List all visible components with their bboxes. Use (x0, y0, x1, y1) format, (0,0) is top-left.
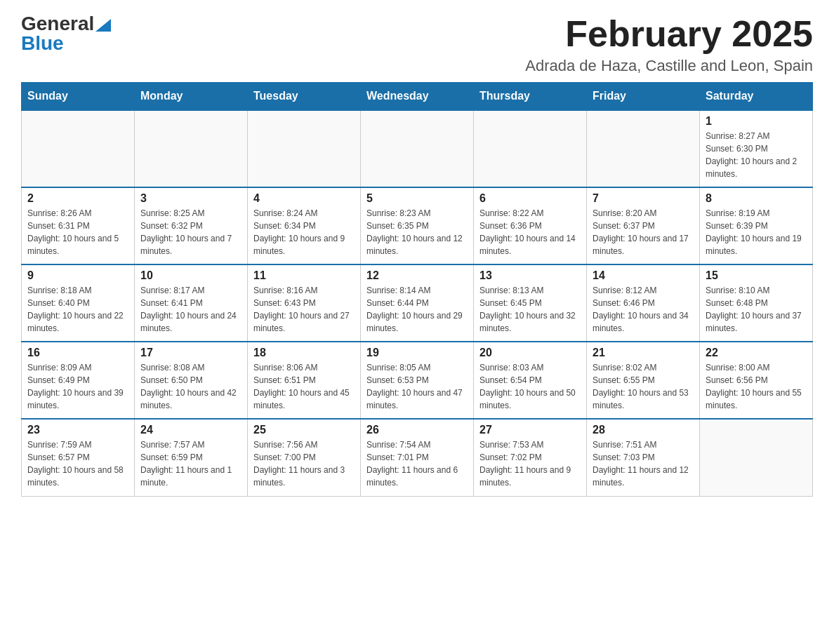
calendar-week-row: 16Sunrise: 8:09 AM Sunset: 6:49 PM Dayli… (22, 342, 813, 419)
calendar-cell: 9Sunrise: 8:18 AM Sunset: 6:40 PM Daylig… (22, 264, 135, 342)
day-info: Sunrise: 7:56 AM Sunset: 7:00 PM Dayligh… (253, 438, 355, 489)
day-number: 21 (593, 347, 694, 359)
calendar-cell: 1Sunrise: 8:27 AM Sunset: 6:30 PM Daylig… (700, 110, 813, 187)
day-info: Sunrise: 8:02 AM Sunset: 6:55 PM Dayligh… (593, 361, 694, 412)
day-number: 10 (140, 269, 241, 282)
calendar-cell: 23Sunrise: 7:59 AM Sunset: 6:57 PM Dayli… (22, 419, 135, 496)
page-header: General Blue February 2025 Adrada de Haz… (21, 14, 813, 75)
calendar-header-tuesday: Tuesday (248, 83, 361, 111)
title-area: February 2025 Adrada de Haza, Castille a… (525, 14, 813, 75)
svg-marker-0 (95, 19, 111, 32)
calendar-week-row: 9Sunrise: 8:18 AM Sunset: 6:40 PM Daylig… (22, 264, 813, 342)
logo-general: General (21, 14, 94, 34)
day-number: 23 (27, 424, 128, 436)
calendar-cell (22, 110, 135, 187)
day-info: Sunrise: 7:54 AM Sunset: 7:01 PM Dayligh… (366, 438, 468, 489)
day-number: 18 (253, 347, 355, 359)
calendar-week-row: 23Sunrise: 7:59 AM Sunset: 6:57 PM Dayli… (22, 419, 813, 496)
calendar-header-thursday: Thursday (474, 83, 587, 111)
day-info: Sunrise: 7:51 AM Sunset: 7:03 PM Dayligh… (593, 438, 694, 489)
day-number: 27 (479, 424, 581, 436)
day-info: Sunrise: 7:53 AM Sunset: 7:02 PM Dayligh… (479, 438, 581, 489)
calendar-cell: 21Sunrise: 8:02 AM Sunset: 6:55 PM Dayli… (587, 342, 700, 419)
calendar-cell: 18Sunrise: 8:06 AM Sunset: 6:51 PM Dayli… (248, 342, 361, 419)
day-info: Sunrise: 8:09 AM Sunset: 6:49 PM Dayligh… (27, 361, 128, 412)
calendar-cell: 19Sunrise: 8:05 AM Sunset: 6:53 PM Dayli… (361, 342, 474, 419)
calendar-cell (361, 110, 474, 187)
calendar-cell: 25Sunrise: 7:56 AM Sunset: 7:00 PM Dayli… (248, 419, 361, 496)
calendar-table: SundayMondayTuesdayWednesdayThursdayFrid… (21, 82, 813, 497)
day-number: 15 (706, 269, 807, 282)
day-number: 17 (140, 347, 241, 359)
calendar-cell: 8Sunrise: 8:19 AM Sunset: 6:39 PM Daylig… (700, 187, 813, 264)
day-info: Sunrise: 8:23 AM Sunset: 6:35 PM Dayligh… (366, 207, 468, 257)
calendar-cell: 15Sunrise: 8:10 AM Sunset: 6:48 PM Dayli… (700, 264, 813, 342)
day-info: Sunrise: 8:24 AM Sunset: 6:34 PM Dayligh… (253, 207, 355, 257)
day-info: Sunrise: 8:26 AM Sunset: 6:31 PM Dayligh… (27, 207, 128, 257)
day-info: Sunrise: 8:10 AM Sunset: 6:48 PM Dayligh… (706, 284, 807, 335)
calendar-cell (587, 110, 700, 187)
calendar-cell: 6Sunrise: 8:22 AM Sunset: 6:36 PM Daylig… (474, 187, 587, 264)
day-number: 16 (27, 347, 128, 359)
logo-blue: Blue (21, 32, 64, 54)
day-number: 26 (366, 424, 468, 436)
day-info: Sunrise: 8:19 AM Sunset: 6:39 PM Dayligh… (706, 207, 807, 257)
day-info: Sunrise: 8:27 AM Sunset: 6:30 PM Dayligh… (706, 130, 807, 180)
day-info: Sunrise: 8:22 AM Sunset: 6:36 PM Dayligh… (479, 207, 581, 257)
logo: General Blue (21, 14, 111, 53)
calendar-header-row: SundayMondayTuesdayWednesdayThursdayFrid… (22, 83, 813, 111)
day-number: 13 (479, 269, 581, 282)
day-info: Sunrise: 8:12 AM Sunset: 6:46 PM Dayligh… (593, 284, 694, 335)
day-number: 1 (706, 115, 807, 128)
day-number: 24 (140, 424, 241, 436)
calendar-cell: 11Sunrise: 8:16 AM Sunset: 6:43 PM Dayli… (248, 264, 361, 342)
calendar-cell: 7Sunrise: 8:20 AM Sunset: 6:37 PM Daylig… (587, 187, 700, 264)
day-number: 2 (27, 192, 128, 205)
calendar-cell: 27Sunrise: 7:53 AM Sunset: 7:02 PM Dayli… (474, 419, 587, 496)
calendar-cell: 28Sunrise: 7:51 AM Sunset: 7:03 PM Dayli… (587, 419, 700, 496)
day-number: 25 (253, 424, 355, 436)
day-number: 3 (140, 192, 241, 205)
day-number: 20 (479, 347, 581, 359)
day-number: 19 (366, 347, 468, 359)
calendar-header-sunday: Sunday (22, 83, 135, 111)
day-info: Sunrise: 8:18 AM Sunset: 6:40 PM Dayligh… (27, 284, 128, 335)
calendar-cell: 4Sunrise: 8:24 AM Sunset: 6:34 PM Daylig… (248, 187, 361, 264)
day-info: Sunrise: 8:08 AM Sunset: 6:50 PM Dayligh… (140, 361, 241, 412)
month-title: February 2025 (525, 14, 813, 54)
day-number: 28 (593, 424, 694, 436)
day-number: 9 (27, 269, 128, 282)
day-info: Sunrise: 8:14 AM Sunset: 6:44 PM Dayligh… (366, 284, 468, 335)
calendar-header-wednesday: Wednesday (361, 83, 474, 111)
day-info: Sunrise: 8:06 AM Sunset: 6:51 PM Dayligh… (253, 361, 355, 412)
day-number: 4 (253, 192, 355, 205)
day-number: 11 (253, 269, 355, 282)
calendar-cell: 26Sunrise: 7:54 AM Sunset: 7:01 PM Dayli… (361, 419, 474, 496)
calendar-cell (700, 419, 813, 496)
calendar-cell: 20Sunrise: 8:03 AM Sunset: 6:54 PM Dayli… (474, 342, 587, 419)
day-number: 5 (366, 192, 468, 205)
day-number: 14 (593, 269, 694, 282)
day-info: Sunrise: 8:00 AM Sunset: 6:56 PM Dayligh… (706, 361, 807, 412)
day-info: Sunrise: 8:17 AM Sunset: 6:41 PM Dayligh… (140, 284, 241, 335)
calendar-week-row: 2Sunrise: 8:26 AM Sunset: 6:31 PM Daylig… (22, 187, 813, 264)
day-number: 6 (479, 192, 581, 205)
calendar-cell: 13Sunrise: 8:13 AM Sunset: 6:45 PM Dayli… (474, 264, 587, 342)
calendar-header-friday: Friday (587, 83, 700, 111)
day-info: Sunrise: 8:20 AM Sunset: 6:37 PM Dayligh… (593, 207, 694, 257)
day-info: Sunrise: 8:05 AM Sunset: 6:53 PM Dayligh… (366, 361, 468, 412)
calendar-cell (474, 110, 587, 187)
day-number: 8 (706, 192, 807, 205)
calendar-cell: 22Sunrise: 8:00 AM Sunset: 6:56 PM Dayli… (700, 342, 813, 419)
calendar-cell: 5Sunrise: 8:23 AM Sunset: 6:35 PM Daylig… (361, 187, 474, 264)
day-info: Sunrise: 8:16 AM Sunset: 6:43 PM Dayligh… (253, 284, 355, 335)
calendar-cell: 24Sunrise: 7:57 AM Sunset: 6:59 PM Dayli… (135, 419, 248, 496)
day-info: Sunrise: 7:57 AM Sunset: 6:59 PM Dayligh… (140, 438, 241, 489)
calendar-cell (135, 110, 248, 187)
calendar-cell: 2Sunrise: 8:26 AM Sunset: 6:31 PM Daylig… (22, 187, 135, 264)
location: Adrada de Haza, Castille and Leon, Spain (525, 57, 813, 75)
day-info: Sunrise: 8:03 AM Sunset: 6:54 PM Dayligh… (479, 361, 581, 412)
calendar-cell: 12Sunrise: 8:14 AM Sunset: 6:44 PM Dayli… (361, 264, 474, 342)
calendar-cell: 3Sunrise: 8:25 AM Sunset: 6:32 PM Daylig… (135, 187, 248, 264)
day-info: Sunrise: 7:59 AM Sunset: 6:57 PM Dayligh… (27, 438, 128, 489)
